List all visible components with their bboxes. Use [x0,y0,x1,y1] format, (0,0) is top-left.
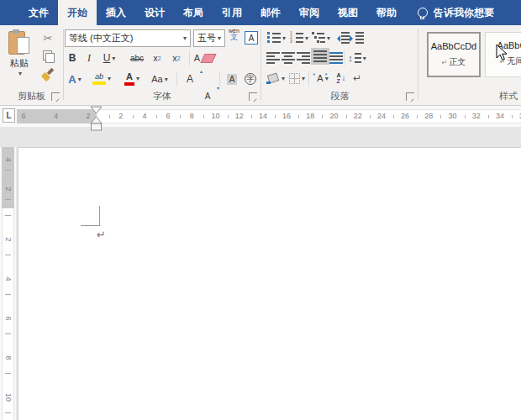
phonetic-guide-button[interactable]: wén 文 [229,28,239,41]
strikethrough-button[interactable]: abc [126,50,148,66]
justify-button[interactable] [311,48,329,65]
chevron-down-icon[interactable]: ▾ [282,34,286,42]
horizontal-ruler[interactable]: L 642 24681012141618202224262830323436 [0,106,521,127]
tab-mailings[interactable]: 邮件 [251,0,290,25]
italic-button[interactable]: I [83,50,95,66]
distribute-button[interactable] [329,50,344,66]
shading-button[interactable]: ▾ [265,70,287,87]
format-painter-icon [41,68,55,81]
font-size-select[interactable]: 五号 ▾ [193,29,225,47]
separator [308,71,309,87]
separator [176,71,177,87]
chevron-down-icon[interactable]: ▾ [305,34,308,42]
ruler-tick [109,115,110,118]
chevron-down-icon[interactable]: ▾ [78,76,82,83]
tab-help[interactable]: 帮助 [367,0,406,25]
character-shading-button[interactable]: A [224,71,240,87]
underline-button[interactable]: U ▾ [98,50,120,66]
chevron-down-icon[interactable]: ▾ [302,75,305,82]
tab-design[interactable]: 设计 [135,0,174,25]
ruler-number: 4 [4,154,13,166]
tab-home[interactable]: 开始 [58,0,97,25]
ruler-number: 30 [448,109,456,123]
chevron-down-icon[interactable]: ▾ [282,75,285,82]
mouse-cursor [496,44,508,62]
paint-bucket-icon [266,72,280,84]
font-dialog-launcher-icon[interactable] [249,92,257,101]
ruler-number: 8 [190,109,194,123]
multilevel-list-button[interactable]: ▾ [310,29,332,46]
sort-icon: AZ ↓ [336,72,345,84]
chevron-down-icon[interactable]: ▾ [112,55,115,62]
indent-markers[interactable] [90,106,103,134]
format-painter-button[interactable] [39,66,57,83]
tab-selector[interactable]: L [3,108,15,123]
tab-layout[interactable]: 布局 [174,0,213,25]
bullets-button[interactable]: ▾ [266,29,287,46]
chevron-down-icon[interactable]: ▾ [183,34,187,42]
superscript-button[interactable]: x2 [169,50,184,66]
multilevel-list-icon [312,32,325,44]
text-effects-button[interactable]: A ▾ [65,71,85,87]
highlight-color-button[interactable]: ab ▾ [89,70,114,87]
style-tile-normal[interactable]: AaBbCcDd ↵正文 [427,32,481,77]
tab-review[interactable]: 审阅 [290,0,329,25]
chevron-down-icon[interactable]: ▾ [108,75,111,82]
chevron-down-icon[interactable]: ▾ [363,55,366,62]
ruler-tick [393,115,394,118]
increase-indent-icon [350,32,364,44]
character-border-button[interactable]: A [245,29,258,46]
enclose-characters-button[interactable]: 字 [243,71,258,87]
tell-me-box[interactable]: 告诉我你想要 [418,0,494,25]
chevron-down-icon[interactable]: ▾ [218,34,221,42]
chevron-down-icon[interactable]: ▾ [136,75,139,82]
change-case-label: Aa [151,74,162,84]
document-page[interactable]: ↵ [18,147,521,420]
font-family-select[interactable]: 等线 (中文正文) ▾ [65,29,191,47]
ribbon: 粘贴 ▾ ✂ 剪贴板 等线 (中文正文) ▾ 五号 ▾ [0,25,521,106]
change-case-button[interactable]: Aa ▾ [147,71,172,87]
asian-layout-button[interactable]: A ▾ [313,70,333,87]
bold-button[interactable]: B [66,50,79,66]
ruler-tick [5,373,11,374]
font-color-button[interactable]: A ▾ [121,70,143,87]
paste-button[interactable]: 粘贴 ▾ [3,29,35,85]
paragraph-dialog-launcher-icon[interactable] [406,92,414,101]
align-right-button[interactable] [296,50,311,66]
clipboard-dialog-launcher-icon[interactable] [51,92,60,101]
show-hide-marks-button[interactable]: ↵ [350,70,364,87]
subscript-button[interactable]: x2 [150,50,165,66]
clear-formatting-button[interactable]: A [192,50,216,66]
tab-view[interactable]: 视图 [329,0,367,25]
eraser-icon [201,54,217,63]
align-left-button[interactable] [266,50,281,66]
vertical-ruler[interactable]: 42246810 [0,147,16,420]
tab-file[interactable]: 文件 [19,0,58,25]
align-center-icon [282,52,295,64]
copy-button[interactable] [39,48,57,65]
ruler-number: 22 [354,109,362,123]
align-center-button[interactable] [281,50,296,66]
ruler-number: 20 [329,109,338,123]
chevron-down-icon[interactable]: ▾ [18,70,22,77]
sort-button[interactable]: AZ ↓ [333,70,350,87]
tab-insert[interactable]: 插入 [97,0,135,25]
line-spacing-icon: ↕ [348,53,361,64]
chevron-down-icon[interactable]: ▾ [165,76,168,83]
bullets-icon [267,32,281,44]
ruler-tick [370,115,371,118]
align-left-icon [266,52,280,64]
numbering-button[interactable]: ▾ [288,29,310,46]
asian-layout-icon: A [317,73,323,83]
borders-button[interactable]: ▾ [287,70,307,87]
increase-indent-button[interactable] [349,29,365,46]
chevron-down-icon[interactable]: ▾ [327,34,330,42]
enclose-characters-icon: 字 [245,73,256,85]
ruler-tick [465,115,466,118]
cut-button[interactable]: ✂ [39,29,57,46]
line-spacing-button[interactable]: ↕ ▾ [346,50,368,66]
tab-references[interactable]: 引用 [213,0,251,25]
paragraph-mark-icon: ↵ [353,72,361,84]
first-line-indent-marker [91,107,102,113]
grow-font-button[interactable]: A▴ [182,71,197,87]
